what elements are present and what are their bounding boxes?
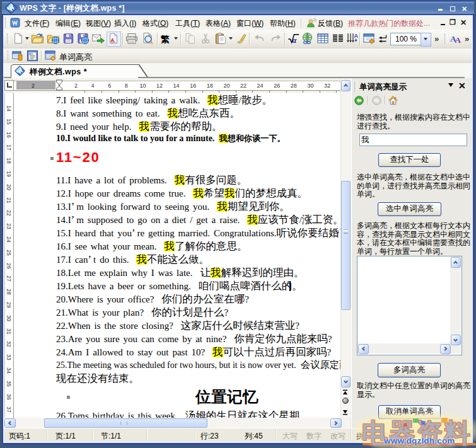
svg-text:A: A (354, 33, 359, 39)
svg-text:A: A (111, 37, 115, 43)
svg-text:α: α (293, 36, 297, 45)
svg-text:A: A (455, 35, 461, 43)
